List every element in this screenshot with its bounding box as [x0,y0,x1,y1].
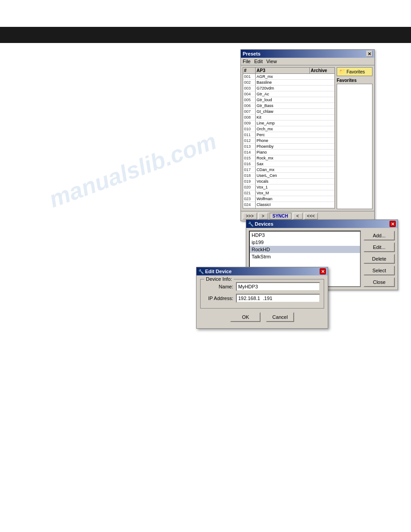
btn-presets-prev[interactable]: >>> [243,213,257,219]
devices-close-button[interactable]: ✕ [390,221,396,227]
edit-device-title-icon: 🔧 [198,269,204,274]
device-item[interactable]: ip199 [250,239,360,246]
preset-archive [310,115,334,120]
preset-archive [310,80,334,85]
device-info-group: Device Info: Name: IP Address: [200,279,324,309]
preset-row[interactable]: 001 AGR_mx [243,74,334,80]
preset-row[interactable]: 006 Gtr_Bass [243,103,334,109]
preset-row[interactable]: 015 Rock_mx [243,155,334,161]
preset-name: Vox_1 [256,184,310,190]
preset-archive [310,208,334,208]
preset-archive [310,103,334,108]
btn-synch[interactable]: SYNCH [270,213,291,219]
preset-name: AGR_mx [256,74,310,79]
devices-title: Devices [255,221,274,227]
favorites-folder[interactable]: 📁 Favorites [337,67,372,76]
preset-row[interactable]: 014 Piano [243,150,334,155]
watermark: manualslib.com [46,128,220,213]
preset-id: 004 [243,91,256,97]
preset-row[interactable]: 007 Gt_chlaw [243,109,334,115]
btn-edit[interactable]: Edit... [364,242,395,252]
device-item[interactable]: HDP3 [250,232,360,239]
preset-id: 021 [243,190,256,196]
preset-row[interactable]: 019 Vocals [243,179,334,184]
header-bar [0,27,411,43]
preset-archive [310,138,334,143]
presets-right-panel: 📁 Favorites Favorites [337,67,372,209]
name-input[interactable] [236,282,320,291]
menu-edit[interactable]: Edit [254,59,263,64]
preset-archive [310,190,334,196]
presets-list[interactable]: 001 AGR_mx 002 Bassline 003 G720vdm 004 … [243,74,334,208]
preset-archive [310,86,334,91]
edit-device-buttons: OK Cancel [200,312,324,325]
presets-title: Presets [243,51,261,56]
preset-row[interactable]: 020 Vox_1 [243,184,334,190]
preset-row[interactable]: 018 UserL_Cen [243,173,334,179]
menu-file[interactable]: File [243,59,251,64]
preset-archive [310,184,334,190]
favorites-label: Favorites [337,78,372,83]
preset-name: Vocals [256,179,310,184]
preset-name: Orch_mx [256,126,310,132]
preset-row[interactable]: 011 Perc [243,132,334,138]
preset-row[interactable]: 013 Phoemby [243,144,334,150]
btn-close[interactable]: Close [364,277,395,287]
preset-name: DJ Mic2 [256,208,310,208]
preset-archive [310,167,334,172]
preset-id: 010 [243,126,256,132]
btn-presets-prev-s[interactable]: < [293,213,303,219]
preset-name: Bassline [256,80,310,85]
btn-presets-end[interactable]: <<< [304,213,318,219]
device-item[interactable]: TalkStrm [250,253,360,260]
btn-add[interactable]: Add... [364,231,395,240]
preset-name: Perc [256,132,310,137]
preset-row[interactable]: 003 G720vdm [243,86,334,91]
preset-id: 013 [243,144,256,149]
preset-archive [310,120,334,126]
preset-name: Gtr_Ac [256,91,310,97]
preset-name: CDan_mx [256,167,310,172]
device-item[interactable]: RockHD [250,246,360,253]
preset-name: Phone [256,138,310,143]
preset-name: Rock_mx [256,155,310,161]
menu-view[interactable]: View [266,59,277,64]
btn-select[interactable]: Select [364,266,395,275]
preset-row[interactable]: 004 Gtr_Ac [243,91,334,97]
btn-ok[interactable]: OK [230,312,261,322]
btn-cancel[interactable]: Cancel [266,312,294,322]
preset-id: 006 [243,103,256,108]
presets-close-button[interactable]: ✕ [366,51,372,57]
folder-icon: 📁 [339,69,346,75]
preset-row[interactable]: 024 ClassicI [243,202,334,208]
btn-delete[interactable]: Delete [364,254,395,264]
preset-row[interactable]: 021 Vox_M [243,190,334,196]
preset-name: Line_Amp [256,120,310,126]
col-header-ap3: AP3 [256,68,310,73]
ip-input[interactable] [236,294,320,303]
presets-titlebar: Presets ✕ [241,50,374,58]
preset-archive [310,202,334,207]
preset-row[interactable]: 017 CDan_mx [243,167,334,173]
btn-presets-next-s[interactable]: > [258,213,268,219]
preset-row[interactable]: 023 Wolfman [243,196,334,202]
preset-row[interactable]: 025 DJ Mic2 [243,208,334,208]
preset-id: 018 [243,173,256,178]
preset-row[interactable]: 016 Sax [243,161,334,167]
preset-id: 023 [243,196,256,202]
preset-row[interactable]: 010 Orch_mx [243,126,334,132]
preset-row[interactable]: 009 Line_Amp [243,120,334,126]
ip-row: IP Address: [204,294,320,303]
edit-device-window: 🔧 Edit Device ✕ Device Info: Name: IP Ad… [196,267,328,329]
preset-id: 019 [243,179,256,184]
preset-row[interactable]: 002 Bassline [243,80,334,86]
edit-device-close-button[interactable]: ✕ [320,268,326,275]
preset-name: ClassicI [256,202,310,207]
preset-archive [310,173,334,178]
preset-row[interactable]: 012 Phone [243,138,334,144]
preset-id: 008 [243,115,256,120]
preset-row[interactable]: 005 Gtr_loud [243,97,334,103]
preset-archive [310,161,334,167]
preset-row[interactable]: 008 Kit [243,115,334,120]
preset-name: UserL_Cen [256,173,310,178]
